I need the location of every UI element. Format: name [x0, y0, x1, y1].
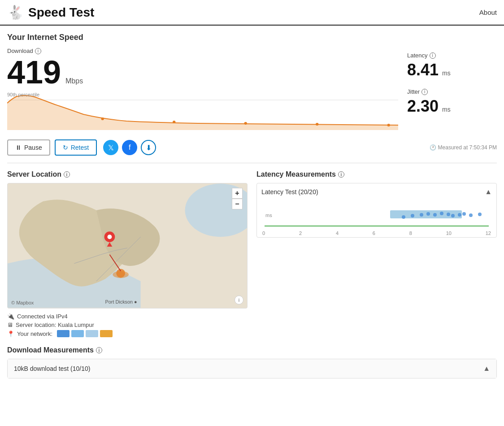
color-block-1: [57, 330, 70, 337]
jitter-value-row: 2.30 ms: [407, 97, 497, 116]
svg-point-24: [458, 213, 461, 217]
download-test-title: 10kB download test (10/10): [14, 365, 90, 372]
retest-icon: ↻: [63, 144, 68, 151]
server-icon: 🖥: [7, 322, 13, 328]
download-measurements-header: Download Measurements i: [7, 346, 497, 354]
measured-at: 🕐 Measured at 7:50:34 PM: [430, 144, 497, 151]
latency-measurements-header: Latency Measurements i: [256, 170, 497, 178]
jitter-info-icon[interactable]: i: [421, 89, 428, 95]
latency-test-title: Latency Test (20/20): [261, 188, 318, 196]
svg-point-23: [451, 214, 455, 217]
color-block-2: [71, 330, 84, 337]
svg-point-4: [316, 123, 318, 126]
zoom-out-button[interactable]: −: [232, 199, 243, 209]
server-location-info-icon[interactable]: i: [64, 171, 70, 178]
app-icon: 🐇: [7, 4, 24, 20]
about-link[interactable]: About: [479, 9, 497, 16]
social-buttons: 𝕏 f ⬇: [103, 140, 156, 155]
latency-value-row: 8.41 ms: [407, 61, 497, 79]
server-location-row: 🖥 Server location: Kuala Lumpur: [7, 322, 248, 328]
svg-rect-15: [390, 210, 462, 218]
main-content: Your Internet Speed Download i 419 Mbps …: [0, 26, 504, 386]
map-info-button[interactable]: i: [235, 296, 243, 304]
connected-via-row: 🔌 Connected via IPv4: [7, 313, 248, 320]
latency-info-icon[interactable]: i: [430, 52, 436, 59]
jitter-label: Jitter i: [407, 88, 497, 95]
latency-value: 8.41: [407, 61, 439, 79]
svg-point-25: [462, 212, 466, 216]
share-download-button[interactable]: ⬇: [141, 140, 156, 155]
svg-text:ms: ms: [265, 213, 272, 218]
twitter-button[interactable]: 𝕏: [103, 140, 118, 155]
map-svg: Port Dickson ●: [8, 183, 247, 308]
percentile-label: 90th percentile: [7, 92, 39, 97]
clock-icon: 🕐: [430, 144, 436, 151]
download-test-collapsible: 10kB download test (10/10) ▲: [7, 359, 497, 378]
download-value-row: 419 Mbps: [7, 56, 398, 88]
latency-axis: 0 2 4 6 8 10 12: [261, 230, 492, 236]
jitter-value: 2.30: [407, 97, 439, 115]
latency-test-header: Latency Test (20/20) ▲: [261, 188, 492, 196]
app-header: 🐇 Speed Test About: [0, 0, 504, 26]
latency-collapse-button[interactable]: ▲: [485, 188, 492, 196]
color-block-4: [100, 330, 113, 337]
retest-button[interactable]: ↻ Retest: [55, 139, 97, 156]
speed-section: Download i 419 Mbps 90th percentile: [7, 48, 497, 132]
svg-point-5: [387, 124, 390, 126]
latency-metric: Latency i 8.41 ms: [407, 52, 497, 79]
latency-measurements-panel: Latency Measurements i Latency Test (20/…: [256, 170, 497, 339]
server-details: 🔌 Connected via IPv4 🖥 Server location: …: [7, 313, 248, 337]
svg-point-11: [116, 269, 125, 278]
latency-unit: ms: [442, 70, 451, 77]
connected-via-label: Connected via IPv4: [17, 313, 68, 320]
facebook-button[interactable]: f: [122, 140, 137, 155]
map-container: Port Dickson ● © Mapbox + − i: [7, 183, 248, 309]
svg-point-19: [426, 212, 430, 216]
download-collapse-button[interactable]: ▲: [483, 365, 490, 373]
svg-point-27: [478, 213, 482, 216]
mapbox-label: © Mapbox: [11, 300, 34, 305]
pause-button[interactable]: ⏸ Pause: [7, 139, 50, 156]
latency-label: Latency i: [407, 52, 497, 59]
jitter-metric: Jitter i 2.30 ms: [407, 88, 497, 116]
download-unit: Mbps: [65, 77, 83, 85]
speed-chart-container: 90th percentile: [7, 92, 398, 132]
download-value: 419: [7, 54, 61, 90]
svg-point-26: [469, 213, 473, 217]
svg-point-21: [440, 212, 443, 215]
controls-bar: ⏸ Pause ↻ Retest 𝕏 f ⬇ 🕐 Measured at 7:5…: [7, 139, 497, 163]
network-color-blocks: [57, 330, 113, 337]
internet-speed-title: Your Internet Speed: [7, 33, 497, 42]
your-network-row: 📍 Your network:: [7, 330, 248, 337]
svg-point-3: [244, 122, 247, 125]
latency-test-box: Latency Test (20/20) ▲: [256, 183, 497, 238]
svg-point-1: [101, 117, 104, 120]
download-test-header[interactable]: 10kB download test (10/10) ▲: [8, 359, 496, 378]
app-title: Speed Test: [28, 5, 94, 20]
server-location-label: Server location: Kuala Lumpur: [16, 322, 94, 328]
download-measurements-info-icon[interactable]: i: [96, 347, 102, 353]
jitter-unit: ms: [442, 106, 451, 113]
download-info-icon[interactable]: i: [35, 48, 41, 54]
svg-point-16: [402, 215, 405, 219]
location-icon: 📍: [7, 330, 14, 337]
server-location-panel: Server Location i: [7, 170, 248, 339]
your-network-label: Your network:: [17, 330, 52, 337]
speed-chart: [7, 92, 398, 132]
download-panel: Download i 419 Mbps 90th percentile: [7, 48, 398, 132]
map-zoom-controls: + −: [232, 188, 243, 209]
server-location-header: Server Location i: [7, 170, 248, 178]
svg-point-20: [433, 213, 437, 217]
svg-point-17: [411, 214, 414, 217]
latency-measurements-info-icon[interactable]: i: [338, 171, 344, 178]
zoom-in-button[interactable]: +: [232, 188, 243, 199]
download-label: Download i: [7, 48, 398, 54]
svg-point-18: [420, 213, 423, 217]
download-measurements-section: Download Measurements i 10kB download te…: [7, 346, 497, 378]
svg-point-2: [173, 121, 175, 123]
pause-icon: ⏸: [15, 144, 22, 151]
svg-point-22: [447, 213, 450, 216]
svg-point-9: [108, 235, 112, 239]
network-icon: 🔌: [7, 313, 14, 320]
color-block-3: [86, 330, 98, 337]
